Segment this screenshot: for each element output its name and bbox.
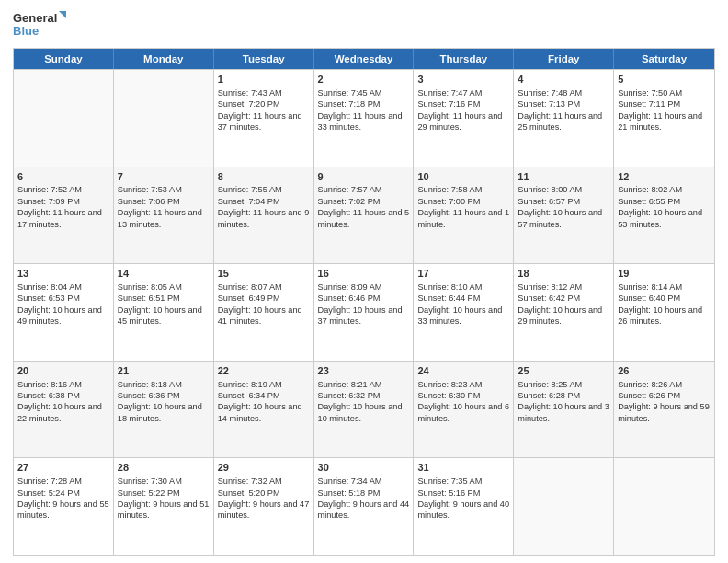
- sunrise-text: Sunrise: 7:48 AM: [518, 88, 582, 98]
- daylight-text: Daylight: 11 hours and 13 minutes.: [118, 208, 202, 228]
- daylight-text: Daylight: 11 hours and 33 minutes.: [318, 111, 403, 132]
- daylight-text: Daylight: 10 hours and 45 minutes.: [118, 305, 202, 326]
- sunset-text: Sunset: 7:04 PM: [218, 197, 280, 206]
- sunset-text: Sunset: 7:13 PM: [518, 99, 580, 109]
- cal-cell: 6Sunrise: 7:52 AMSunset: 7:09 PMDaylight…: [14, 167, 114, 264]
- sunset-text: Sunset: 7:02 PM: [318, 197, 381, 206]
- daylight-text: Daylight: 10 hours and 26 minutes.: [618, 305, 702, 326]
- cal-cell: 30Sunrise: 7:34 AMSunset: 5:18 PMDayligh…: [314, 458, 415, 555]
- cal-cell: 1Sunrise: 7:43 AMSunset: 7:20 PMDaylight…: [214, 70, 314, 167]
- day-number: 6: [17, 170, 109, 184]
- svg-text:Blue: Blue: [13, 24, 39, 38]
- sunset-text: Sunset: 6:55 PM: [618, 197, 680, 206]
- daylight-text: Daylight: 10 hours and 41 minutes.: [218, 305, 302, 326]
- day-number: 26: [618, 364, 711, 378]
- daylight-text: Daylight: 9 hours and 40 minutes.: [417, 500, 509, 520]
- header-cell-thursday: Thursday: [414, 49, 514, 69]
- logo-svg: General Blue: [13, 9, 68, 42]
- day-number: 22: [218, 364, 310, 378]
- daylight-text: Daylight: 11 hours and 1 minute.: [417, 208, 509, 228]
- day-number: 20: [17, 364, 109, 378]
- day-number: 12: [618, 170, 711, 184]
- day-number: 5: [618, 73, 711, 86]
- cal-cell: 29Sunrise: 7:32 AMSunset: 5:20 PMDayligh…: [214, 458, 314, 555]
- day-number: 25: [518, 364, 609, 378]
- sunset-text: Sunset: 6:46 PM: [318, 293, 381, 303]
- svg-text:General: General: [13, 11, 57, 25]
- cal-cell: 27Sunrise: 7:28 AMSunset: 5:24 PMDayligh…: [14, 458, 114, 555]
- sunrise-text: Sunrise: 8:10 AM: [417, 282, 482, 292]
- cal-cell: 23Sunrise: 8:21 AMSunset: 6:32 PMDayligh…: [314, 362, 415, 458]
- daylight-text: Daylight: 10 hours and 57 minutes.: [518, 208, 602, 228]
- day-number: 24: [417, 364, 509, 378]
- cal-cell: 4Sunrise: 7:48 AMSunset: 7:13 PMDaylight…: [514, 70, 614, 167]
- sunrise-text: Sunrise: 7:43 AM: [218, 88, 282, 98]
- day-number: 14: [118, 267, 210, 281]
- day-number: 1: [218, 73, 310, 86]
- sunset-text: Sunset: 5:22 PM: [118, 488, 180, 498]
- daylight-text: Daylight: 9 hours and 47 minutes.: [218, 500, 310, 520]
- daylight-text: Daylight: 11 hours and 17 minutes.: [17, 208, 102, 228]
- header-cell-tuesday: Tuesday: [214, 49, 314, 69]
- sunrise-text: Sunrise: 7:58 AM: [417, 185, 482, 194]
- day-number: 9: [318, 170, 410, 184]
- daylight-text: Daylight: 10 hours and 49 minutes.: [17, 305, 102, 326]
- cal-cell: 21Sunrise: 8:18 AMSunset: 6:36 PMDayligh…: [114, 362, 214, 458]
- sunrise-text: Sunrise: 7:55 AM: [218, 185, 282, 194]
- header-cell-monday: Monday: [114, 49, 214, 69]
- day-number: 4: [518, 73, 609, 86]
- sunrise-text: Sunrise: 8:04 AM: [17, 282, 82, 292]
- daylight-text: Daylight: 10 hours and 18 minutes.: [118, 402, 202, 422]
- sunset-text: Sunset: 6:26 PM: [618, 391, 680, 400]
- cal-cell: [14, 70, 114, 167]
- day-number: 21: [118, 364, 210, 378]
- daylight-text: Daylight: 10 hours and 37 minutes.: [318, 305, 403, 326]
- daylight-text: Daylight: 10 hours and 10 minutes.: [318, 402, 403, 422]
- sunset-text: Sunset: 5:18 PM: [318, 488, 381, 498]
- day-number: 19: [618, 267, 711, 281]
- sunset-text: Sunset: 7:18 PM: [318, 99, 381, 109]
- cal-cell: 19Sunrise: 8:14 AMSunset: 6:40 PMDayligh…: [614, 264, 714, 361]
- header-cell-friday: Friday: [514, 49, 614, 69]
- cal-cell: 15Sunrise: 8:07 AMSunset: 6:49 PMDayligh…: [214, 264, 314, 361]
- sunset-text: Sunset: 6:44 PM: [417, 293, 480, 303]
- daylight-text: Daylight: 10 hours and 29 minutes.: [518, 305, 602, 326]
- sunrise-text: Sunrise: 7:34 AM: [318, 477, 382, 486]
- cal-cell: 24Sunrise: 8:23 AMSunset: 6:30 PMDayligh…: [414, 362, 514, 458]
- calendar-header: SundayMondayTuesdayWednesdayThursdayFrid…: [14, 49, 714, 69]
- sunrise-text: Sunrise: 7:28 AM: [17, 477, 82, 486]
- cal-cell: 10Sunrise: 7:58 AMSunset: 7:00 PMDayligh…: [414, 167, 514, 264]
- calendar: SundayMondayTuesdayWednesdayThursdayFrid…: [13, 48, 715, 556]
- sunrise-text: Sunrise: 7:45 AM: [318, 88, 382, 98]
- sunset-text: Sunset: 6:53 PM: [17, 293, 80, 303]
- day-number: 7: [118, 170, 210, 184]
- daylight-text: Daylight: 9 hours and 59 minutes.: [618, 402, 710, 422]
- cal-cell: 11Sunrise: 8:00 AMSunset: 6:57 PMDayligh…: [514, 167, 614, 264]
- sunset-text: Sunset: 6:42 PM: [518, 293, 580, 303]
- day-number: 23: [318, 364, 410, 378]
- daylight-text: Daylight: 10 hours and 14 minutes.: [218, 402, 302, 422]
- logo: General Blue: [13, 9, 68, 42]
- page: General Blue SundayMondayTuesdayWednesda…: [0, 0, 728, 563]
- sunset-text: Sunset: 7:11 PM: [618, 99, 680, 109]
- sunset-text: Sunset: 6:34 PM: [218, 391, 280, 400]
- sunrise-text: Sunrise: 8:14 AM: [618, 282, 682, 292]
- daylight-text: Daylight: 10 hours and 33 minutes.: [417, 305, 502, 326]
- day-number: 8: [218, 170, 310, 184]
- cal-cell: 2Sunrise: 7:45 AMSunset: 7:18 PMDaylight…: [314, 70, 415, 167]
- week-row-3: 13Sunrise: 8:04 AMSunset: 6:53 PMDayligh…: [14, 263, 714, 361]
- sunrise-text: Sunrise: 7:47 AM: [417, 88, 482, 98]
- header: General Blue: [13, 9, 715, 42]
- sunrise-text: Sunrise: 8:26 AM: [618, 380, 682, 389]
- cal-cell: 5Sunrise: 7:50 AMSunset: 7:11 PMDaylight…: [614, 70, 714, 167]
- day-number: 11: [518, 170, 609, 184]
- sunset-text: Sunset: 6:36 PM: [118, 391, 180, 400]
- cal-cell: 8Sunrise: 7:55 AMSunset: 7:04 PMDaylight…: [214, 167, 314, 264]
- cal-cell: [614, 458, 714, 555]
- sunrise-text: Sunrise: 7:53 AM: [118, 185, 182, 194]
- sunset-text: Sunset: 7:20 PM: [218, 99, 280, 109]
- header-cell-wednesday: Wednesday: [314, 49, 415, 69]
- day-number: 3: [417, 73, 509, 86]
- cal-cell: 26Sunrise: 8:26 AMSunset: 6:26 PMDayligh…: [614, 362, 714, 458]
- sunset-text: Sunset: 7:09 PM: [17, 197, 80, 206]
